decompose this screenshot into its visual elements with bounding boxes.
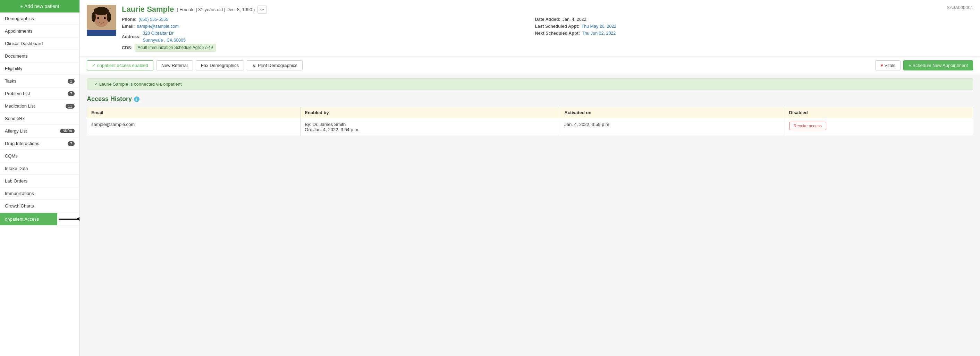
add-new-patient-button[interactable]: + Add new patient [0, 0, 80, 13]
sidebar-item-label: Allergy List [5, 129, 27, 134]
date-added-row: Date Added: Jan. 4, 2022 [535, 16, 942, 23]
sidebar-item-allergy-list[interactable]: Allergy List NKDA [0, 125, 80, 137]
sidebar-item-clinical-dashboard[interactable]: Clinical Dashboard [0, 38, 80, 50]
sidebar-item-label: Tasks [5, 78, 16, 84]
svg-point-6 [97, 17, 99, 19]
patient-name: Laurie Sample [122, 5, 174, 14]
sidebar-item-label: CQMs [5, 153, 18, 159]
sidebar-item-lab-orders[interactable]: Lab Orders [0, 175, 80, 188]
sidebar-item-label: onpatient Access [5, 216, 39, 222]
sidebar-item-immunizations[interactable]: Immunizations [0, 188, 80, 200]
sidebar-item-documents[interactable]: Documents [0, 50, 80, 62]
info-icon[interactable]: i [134, 97, 140, 102]
col-disabled: Disabled [784, 107, 973, 118]
last-appt-value[interactable]: Thu May 26, 2022 [582, 23, 617, 30]
svg-point-3 [94, 7, 109, 15]
svg-point-5 [107, 12, 111, 22]
sidebar-item-label: Intake Data [5, 166, 28, 171]
table-header-row: Email Enabled by Activated on Disabled [87, 107, 973, 118]
date-added-value: Jan. 4, 2022 [563, 16, 587, 23]
access-activated-on: Jan. 4, 2022, 3:59 p.m. [560, 118, 784, 136]
sidebar: + Add new patient Demographics Appointme… [0, 0, 80, 356]
patient-email[interactable]: sample@sample.com [137, 23, 179, 30]
col-enabled-by: Enabled by [301, 107, 560, 118]
patient-phone[interactable]: (650) 555-5555 [138, 16, 168, 23]
allergy-list-badge: NKDA [60, 129, 75, 133]
print-demographics-btn[interactable]: 🖨 Print Demographics [247, 60, 302, 70]
sidebar-item-label: Problem List [5, 91, 30, 96]
sidebar-item-intake-data[interactable]: Intake Data [0, 162, 80, 175]
sidebar-item-label: Lab Orders [5, 178, 27, 184]
patient-header: Laurie Sample ( Female | 31 years old | … [80, 0, 980, 57]
check-icon: ✓ [94, 81, 99, 87]
arrow-annotation [59, 219, 80, 219]
access-email: sample@sample.com [87, 118, 301, 136]
sidebar-item-label: Immunizations [5, 191, 34, 196]
sidebar-item-cqms[interactable]: CQMs [0, 150, 80, 162]
connected-banner: ✓ Laurie Sample is connected via onpatie… [87, 78, 973, 90]
next-appt-row: Next Scheduled Appt: Thu Jun 02, 2022 [535, 30, 942, 37]
sidebar-item-problem-list[interactable]: Problem List 7 [0, 87, 80, 100]
vitals-btn[interactable]: ♥ Vitals [875, 60, 900, 70]
sidebar-item-label: Appointments [5, 29, 33, 33]
sidebar-item-tasks[interactable]: Tasks 2 [0, 75, 80, 87]
check-icon: ✓ [92, 63, 97, 68]
patient-address-line1[interactable]: 328 Gibraltar Dr [143, 31, 173, 36]
print-icon: 🖨 [252, 63, 258, 68]
sidebar-item-drug-interactions[interactable]: Drug Interactions 7 [0, 137, 80, 150]
patient-details-grid: Phone: (650) 555-5555 Email: sample@samp… [122, 16, 941, 52]
sidebar-item-eligibility[interactable]: Eligibility [0, 62, 80, 75]
phone-row: Phone: (650) 555-5555 [122, 16, 528, 23]
patient-meta: ( Female | 31 years old | Dec. 8, 1990 ) [177, 7, 255, 12]
access-history-table: Email Enabled by Activated on Disabled s… [87, 107, 973, 136]
sidebar-item-label: Drug Interactions [5, 141, 39, 146]
email-row: Email: sample@sample.com [122, 23, 528, 30]
sidebar-item-demographics[interactable]: Demographics [0, 13, 80, 25]
sidebar-item-growth-charts[interactable]: Growth Charts [0, 200, 80, 212]
table-row: sample@sample.com By: Dr. James Smith On… [87, 118, 973, 136]
sidebar-item-label: Documents [5, 53, 28, 59]
fax-demographics-btn[interactable]: Fax Demographics [196, 60, 244, 70]
col-email: Email [87, 107, 301, 118]
patient-id: SAJA000001 [947, 5, 973, 10]
access-history-title: Access History i [87, 95, 973, 103]
medication-list-badge: 11 [65, 104, 75, 109]
new-referral-btn[interactable]: New Referral [156, 60, 193, 70]
sidebar-item-appointments[interactable]: Appointments [0, 25, 80, 38]
onpatient-access-btn[interactable]: ✓ onpatient access enabled [87, 60, 153, 70]
cds-row: CDS: Adult Immunization Schedule Age: 27… [122, 44, 528, 52]
sidebar-item-label: Medication List [5, 103, 35, 109]
sidebar-item-label: Clinical Dashboard [5, 41, 43, 46]
problem-list-badge: 7 [68, 91, 75, 96]
sidebar-item-label: Demographics [5, 16, 34, 21]
patient-photo [87, 5, 116, 36]
svg-point-7 [104, 17, 106, 19]
col-activated-on: Activated on [560, 107, 784, 118]
svg-rect-8 [87, 30, 116, 36]
heart-icon: ♥ [880, 63, 884, 68]
sidebar-item-onpatient-access[interactable]: onpatient Access [0, 213, 57, 226]
drug-interactions-badge: 7 [68, 141, 75, 146]
address-row: Address: 328 Gibraltar Dr Sunnyvale , CA… [122, 30, 528, 44]
patient-info: Laurie Sample ( Female | 31 years old | … [122, 5, 941, 52]
sidebar-item-medication-list[interactable]: Medication List 11 [0, 100, 80, 113]
access-history-section: Access History i Email Enabled by Activa… [87, 95, 973, 136]
sidebar-item-label: Send eRx [5, 116, 25, 121]
patient-address-line2[interactable]: Sunnyvale , CA 60005 [143, 38, 186, 43]
patient-name-row: Laurie Sample ( Female | 31 years old | … [122, 5, 941, 14]
sidebar-item-send-erx[interactable]: Send eRx [0, 113, 80, 125]
last-appt-row: Last Scheduled Appt: Thu May 26, 2022 [535, 23, 942, 30]
schedule-appointment-btn[interactable]: + Schedule New Appointment [903, 60, 973, 70]
access-enabled-by: By: Dr. James Smith On: Jan. 4, 2022, 3:… [301, 118, 560, 136]
tasks-badge: 2 [68, 79, 75, 84]
cds-badge[interactable]: Adult Immunization Schedule Age: 27-49 [135, 44, 216, 52]
sidebar-item-label: Eligibility [5, 66, 22, 71]
access-disabled: Revoke access [784, 118, 973, 136]
edit-patient-button[interactable]: ✏ [258, 6, 267, 14]
next-appt-value[interactable]: Thu Jun 02, 2022 [582, 30, 616, 37]
main-content: Laurie Sample ( Female | 31 years old | … [80, 0, 980, 356]
svg-point-4 [92, 12, 96, 22]
revoke-access-button[interactable]: Revoke access [789, 122, 826, 130]
action-bar: ✓ onpatient access enabled New Referral … [80, 57, 980, 74]
sidebar-item-label: Growth Charts [5, 203, 34, 208]
